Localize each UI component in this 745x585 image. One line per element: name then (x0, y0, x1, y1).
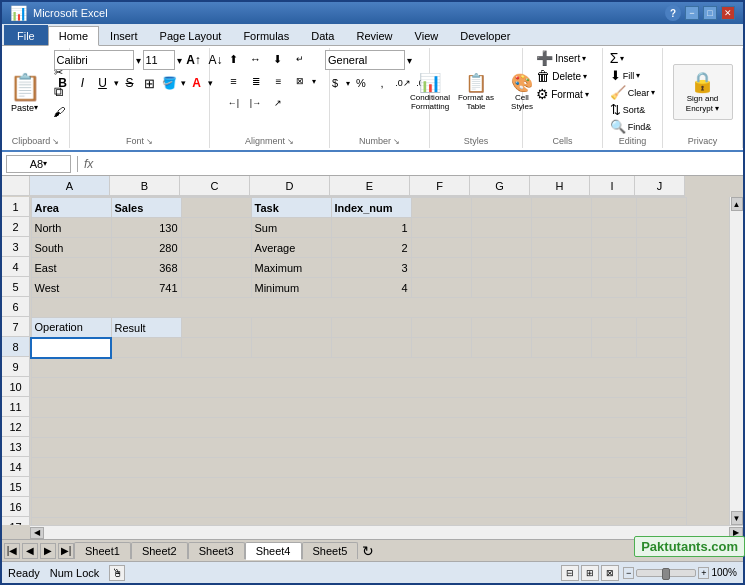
cell-b7[interactable]: Result (111, 318, 181, 338)
cell-b8[interactable] (111, 338, 181, 358)
cell-h1[interactable] (531, 198, 591, 218)
row-header-7[interactable]: 7 (2, 317, 29, 337)
spreadsheet-grid[interactable]: Area Sales Task Index_num (30, 197, 687, 525)
row-header-12[interactable]: 12 (2, 417, 29, 437)
cell-f1[interactable] (411, 198, 471, 218)
align-center-button[interactable]: ≣ (246, 72, 266, 90)
cell-d8[interactable] (251, 338, 331, 358)
sheet-tab-4[interactable]: Sheet4 (245, 542, 302, 560)
formula-input[interactable] (97, 155, 739, 173)
cell-j7[interactable] (636, 318, 686, 338)
orientation-button[interactable]: ↗ (268, 94, 288, 112)
zoom-in-button[interactable]: + (698, 567, 709, 579)
sheet-last-button[interactable]: ▶| (58, 543, 74, 559)
add-sheet-button[interactable]: ↻ (362, 543, 374, 559)
font-size-input[interactable] (143, 50, 175, 70)
page-break-view-button[interactable]: ⊠ (601, 565, 619, 581)
cell-a3[interactable]: South (31, 238, 111, 258)
cell-e5[interactable]: 4 (331, 278, 411, 298)
cell-d7[interactable] (251, 318, 331, 338)
cell-i2[interactable] (591, 218, 636, 238)
decrease-indent-button[interactable]: ←| (224, 94, 244, 112)
cell-e4[interactable]: 3 (331, 258, 411, 278)
conditional-formatting-button[interactable]: 📊 ConditionalFormatting (408, 64, 452, 120)
cell-j2[interactable] (636, 218, 686, 238)
row-header-17[interactable]: 17 (2, 517, 29, 525)
cell-h3[interactable] (531, 238, 591, 258)
format-as-table-button[interactable]: 📋 Format asTable (454, 64, 498, 120)
cell-a8[interactable] (31, 338, 111, 358)
cell-f4[interactable] (411, 258, 471, 278)
cell-d1[interactable]: Task (251, 198, 331, 218)
corner-header[interactable] (2, 176, 30, 196)
cell-i3[interactable] (591, 238, 636, 258)
italic-button[interactable]: I (74, 74, 92, 92)
tab-view[interactable]: View (404, 25, 450, 45)
alignment-expand[interactable]: ↘ (287, 137, 294, 146)
vertical-scrollbar[interactable]: ▲ ▼ (729, 197, 743, 525)
border-button[interactable]: ⊞ (141, 74, 159, 92)
cell-i5[interactable] (591, 278, 636, 298)
col-header-e[interactable]: E (330, 176, 410, 196)
cell-g2[interactable] (471, 218, 531, 238)
align-top-button[interactable]: ⬆ (224, 50, 244, 68)
cell-g4[interactable] (471, 258, 531, 278)
maximize-button[interactable]: □ (703, 6, 717, 20)
cell-a7[interactable]: Operation (31, 318, 111, 338)
fill-button[interactable]: ⬇ Fill ▾ (610, 68, 641, 83)
cell-i8[interactable] (591, 338, 636, 358)
align-left-button[interactable]: ≡ (224, 72, 244, 90)
strikethrough-button[interactable]: S (121, 74, 139, 92)
font-expand[interactable]: ↘ (146, 137, 153, 146)
insert-cells-button[interactable]: ➕ Insert ▾ (536, 50, 586, 66)
format-cells-button[interactable]: ⚙ Format ▾ (536, 86, 589, 102)
sort-filter-button[interactable]: ⇅ Sort& (610, 102, 646, 117)
cell-d3[interactable]: Average (251, 238, 331, 258)
wrap-text-button[interactable]: ↵ (290, 50, 310, 68)
zoom-slider[interactable] (636, 569, 696, 577)
numlock-indicator[interactable]: 🖱 (109, 565, 125, 581)
cell-f2[interactable] (411, 218, 471, 238)
cell-g3[interactable] (471, 238, 531, 258)
cell-c8[interactable] (181, 338, 251, 358)
cell-j4[interactable] (636, 258, 686, 278)
minimize-button[interactable]: − (685, 6, 699, 20)
cell-c1[interactable] (181, 198, 251, 218)
sign-encrypt-button[interactable]: 🔒 Sign andEncrypt ▾ (673, 64, 733, 120)
row-header-14[interactable]: 14 (2, 457, 29, 477)
col-header-c[interactable]: C (180, 176, 250, 196)
cell-j8[interactable] (636, 338, 686, 358)
cell-h2[interactable] (531, 218, 591, 238)
close-button[interactable]: ✕ (721, 6, 735, 20)
cell-g7[interactable] (471, 318, 531, 338)
tab-page-layout[interactable]: Page Layout (149, 25, 233, 45)
sheet-tab-5[interactable]: Sheet5 (302, 542, 359, 559)
increase-indent-button[interactable]: |→ (246, 94, 266, 112)
number-format-input[interactable] (325, 50, 405, 70)
sheet-tab-1[interactable]: Sheet1 (74, 542, 131, 559)
cell-i1[interactable] (591, 198, 636, 218)
autosum-button[interactable]: Σ ▾ (610, 50, 625, 66)
cell-b1[interactable]: Sales (111, 198, 181, 218)
sheet-next-button[interactable]: ▶ (40, 543, 56, 559)
align-bottom-button[interactable]: ⬇ (268, 50, 288, 68)
bold-button[interactable]: B (54, 74, 72, 92)
cell-c5[interactable] (181, 278, 251, 298)
cell-b4[interactable]: 368 (111, 258, 181, 278)
cell-d4[interactable]: Maximum (251, 258, 331, 278)
row-header-5[interactable]: 5 (2, 277, 29, 297)
col-header-f[interactable]: F (410, 176, 470, 196)
sheet-tab-2[interactable]: Sheet2 (131, 542, 188, 559)
cell-g8[interactable] (471, 338, 531, 358)
tab-file[interactable]: File (4, 25, 48, 45)
row-header-15[interactable]: 15 (2, 477, 29, 497)
font-increase-button[interactable]: A↑ (184, 51, 204, 69)
tab-insert[interactable]: Insert (99, 25, 149, 45)
cell-j3[interactable] (636, 238, 686, 258)
cell-h5[interactable] (531, 278, 591, 298)
align-right-button[interactable]: ≡ (268, 72, 288, 90)
cell-row6[interactable] (31, 298, 686, 318)
row-header-2[interactable]: 2 (2, 217, 29, 237)
sheet-prev-button[interactable]: ◀ (22, 543, 38, 559)
cell-f8[interactable] (411, 338, 471, 358)
